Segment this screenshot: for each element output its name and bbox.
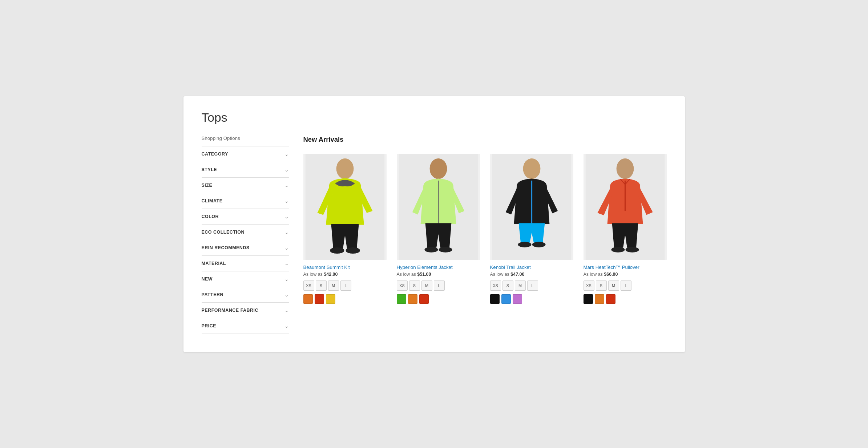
- size-btn-l-hyperion[interactable]: L: [434, 280, 445, 291]
- svg-point-10: [523, 158, 540, 179]
- filter-label-material: MATERIAL: [202, 261, 226, 266]
- product-name-hyperion[interactable]: Hyperion Elements Jacket: [397, 265, 480, 270]
- chevron-icon-price: ⌄: [284, 323, 289, 329]
- size-btn-xs-kenobi[interactable]: XS: [490, 280, 501, 291]
- product-price-kenobi: As low as $47.00: [490, 272, 573, 277]
- chevron-icon-new: ⌄: [284, 276, 289, 282]
- filter-item-material[interactable]: MATERIAL ⌄: [202, 256, 289, 271]
- color-swatch-2-mars[interactable]: [606, 294, 615, 304]
- size-btn-l-mars[interactable]: L: [621, 280, 631, 291]
- filter-item-climate[interactable]: CLIMATE ⌄: [202, 193, 289, 209]
- product-name-mars[interactable]: Mars HeatTech™ Pullover: [584, 265, 667, 270]
- size-options-kenobi: XSSML: [490, 280, 573, 291]
- product-price-mars: As low as $66.00: [584, 272, 667, 277]
- svg-point-18: [625, 247, 639, 252]
- product-price-beaumont: As low as $42.00: [303, 272, 387, 277]
- svg-point-17: [611, 247, 625, 252]
- color-swatch-1-beaumont[interactable]: [315, 294, 324, 304]
- size-btn-xs-beaumont[interactable]: XS: [303, 280, 314, 291]
- product-image-hyperion[interactable]: [397, 154, 480, 261]
- product-image-mars[interactable]: [584, 154, 667, 261]
- color-swatch-1-kenobi[interactable]: [501, 294, 511, 304]
- size-btn-m-hyperion[interactable]: M: [421, 280, 432, 291]
- filter-item-new[interactable]: NEW ⌄: [202, 271, 289, 287]
- sidebar: Shopping Options CATEGORY ⌄ STYLE ⌄ SIZE…: [202, 136, 289, 334]
- svg-point-1: [336, 158, 354, 179]
- product-price-hyperion: As low as $51.00: [397, 272, 480, 277]
- product-card-beaumont: Beaumont Summit KitAs low as $42.00XSSML: [303, 154, 387, 304]
- size-btn-l-kenobi[interactable]: L: [527, 280, 538, 291]
- color-swatches-mars: [584, 294, 667, 304]
- filter-label-climate: CLIMATE: [202, 198, 223, 203]
- svg-point-3: [346, 247, 360, 253]
- chevron-icon-pattern: ⌄: [284, 292, 289, 298]
- product-name-beaumont[interactable]: Beaumont Summit Kit: [303, 265, 387, 270]
- filter-item-category[interactable]: CATEGORY ⌄: [202, 146, 289, 162]
- chevron-icon-climate: ⌄: [284, 198, 289, 204]
- filter-item-performance-fabric[interactable]: PERFORMANCE FABRIC ⌄: [202, 303, 289, 318]
- color-swatch-1-mars[interactable]: [595, 294, 604, 304]
- filter-item-eco-collection[interactable]: ECO COLLECTION ⌄: [202, 225, 289, 240]
- filter-item-style[interactable]: STYLE ⌄: [202, 162, 289, 178]
- chevron-icon-erin-recommends: ⌄: [284, 245, 289, 251]
- chevron-icon-color: ⌄: [284, 214, 289, 219]
- product-name-kenobi[interactable]: Kenobi Trail Jacket: [490, 265, 573, 270]
- product-card-kenobi: Kenobi Trail JacketAs low as $47.00XSSML: [490, 154, 573, 304]
- filter-label-performance-fabric: PERFORMANCE FABRIC: [202, 308, 259, 313]
- color-swatch-1-hyperion[interactable]: [408, 294, 417, 304]
- filter-label-eco-collection: ECO COLLECTION: [202, 230, 245, 235]
- size-btn-xs-hyperion[interactable]: XS: [397, 280, 408, 291]
- size-btn-l-beaumont[interactable]: L: [340, 280, 351, 291]
- filter-item-price[interactable]: PRICE ⌄: [202, 318, 289, 334]
- svg-point-2: [330, 247, 344, 253]
- size-options-mars: XSSML: [584, 280, 667, 291]
- size-btn-m-beaumont[interactable]: M: [328, 280, 339, 291]
- filter-label-pattern: PATTERN: [202, 292, 224, 297]
- filter-item-erin-recommends[interactable]: ERIN RECOMMENDS ⌄: [202, 240, 289, 256]
- filter-item-size[interactable]: SIZE ⌄: [202, 178, 289, 193]
- color-swatch-2-kenobi[interactable]: [513, 294, 522, 304]
- filter-label-size: SIZE: [202, 183, 213, 188]
- svg-point-5: [429, 158, 447, 179]
- size-btn-s-mars[interactable]: S: [596, 280, 607, 291]
- svg-point-7: [424, 247, 438, 252]
- color-swatch-0-beaumont[interactable]: [303, 294, 313, 304]
- color-swatch-2-beaumont[interactable]: [326, 294, 335, 304]
- size-btn-s-kenobi[interactable]: S: [502, 280, 513, 291]
- product-card-hyperion: Hyperion Elements JacketAs low as $51.00…: [397, 154, 480, 304]
- chevron-icon-category: ⌄: [284, 151, 289, 157]
- size-btn-m-kenobi[interactable]: M: [515, 280, 526, 291]
- chevron-icon-material: ⌄: [284, 261, 289, 266]
- page-title: Tops: [202, 111, 667, 125]
- chevron-icon-size: ⌄: [284, 182, 289, 188]
- filter-item-pattern[interactable]: PATTERN ⌄: [202, 287, 289, 303]
- sidebar-heading: Shopping Options: [202, 136, 289, 141]
- section-title: New Arrivals: [303, 136, 667, 144]
- svg-point-15: [616, 158, 634, 179]
- product-image-kenobi[interactable]: [490, 154, 573, 261]
- filter-item-color[interactable]: COLOR ⌄: [202, 209, 289, 225]
- size-btn-s-beaumont[interactable]: S: [316, 280, 327, 291]
- color-swatch-2-hyperion[interactable]: [419, 294, 429, 304]
- color-swatch-0-mars[interactable]: [584, 294, 593, 304]
- filter-group: CATEGORY ⌄ STYLE ⌄ SIZE ⌄ CLIMATE ⌄ COLO…: [202, 146, 289, 334]
- product-image-beaumont[interactable]: [303, 154, 387, 261]
- size-btn-m-mars[interactable]: M: [608, 280, 619, 291]
- layout: Shopping Options CATEGORY ⌄ STYLE ⌄ SIZE…: [202, 136, 667, 334]
- product-area: New Arrivals Beaumont Summit KitAs low a…: [303, 136, 667, 334]
- filter-label-color: COLOR: [202, 214, 219, 219]
- product-card-mars: Mars HeatTech™ PulloverAs low as $66.00X…: [584, 154, 667, 304]
- svg-point-8: [439, 247, 452, 252]
- size-options-beaumont: XSSML: [303, 280, 387, 291]
- color-swatch-0-hyperion[interactable]: [397, 294, 406, 304]
- size-btn-s-hyperion[interactable]: S: [409, 280, 420, 291]
- chevron-icon-eco-collection: ⌄: [284, 229, 289, 235]
- product-grid: Beaumont Summit KitAs low as $42.00XSSML…: [303, 154, 667, 304]
- chevron-icon-style: ⌄: [284, 167, 289, 173]
- color-swatches-hyperion: [397, 294, 480, 304]
- size-btn-xs-mars[interactable]: XS: [584, 280, 594, 291]
- filter-label-new: NEW: [202, 277, 213, 282]
- filter-label-style: STYLE: [202, 167, 217, 172]
- svg-point-13: [532, 242, 545, 247]
- color-swatch-0-kenobi[interactable]: [490, 294, 500, 304]
